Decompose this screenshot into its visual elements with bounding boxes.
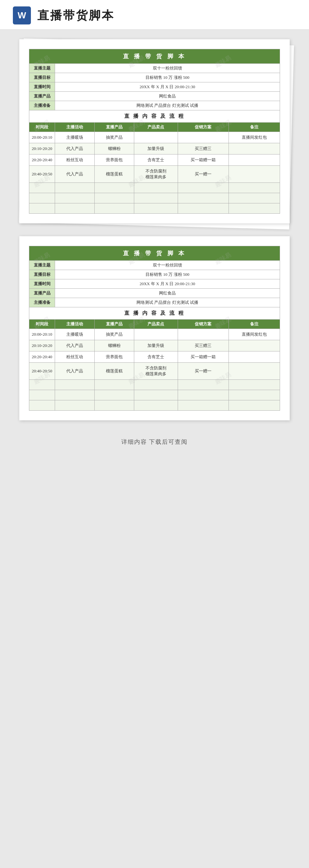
info-row-product: 直播产品 网红食品 — [29, 92, 280, 101]
value-product-2: 网红食品 — [55, 289, 280, 298]
table-row — [29, 400, 280, 411]
cell-d2-promotion: 买三赠三 — [178, 340, 229, 351]
document-page-1: 趣味易 趣味易 趣味易 趣味易 趣味易 趣味易 趣味易 趣味易 趣味易 直 播 … — [19, 39, 290, 223]
footer: 详细内容 下载后可查阅 — [0, 430, 309, 454]
value-time: 20XX 年 X 月 X 日 20:00-21:30 — [55, 83, 280, 92]
script-table-1: 直 播 带 货 脚 本 直播主题 双十一粉丝回馈 直播目标 目标销售 10 万 … — [29, 49, 280, 214]
cell-d4-product: 榴莲蛋糕 — [95, 363, 134, 380]
cell-promotion-3: 买一箱赠一箱 — [178, 154, 229, 166]
cell-d2-time: 20:10-20:20 — [29, 340, 55, 351]
table-row — [29, 183, 280, 193]
label-time: 直播时间 — [29, 83, 55, 92]
table-row: 20:00-20:10 主播暖场 抽奖产品 直播间发红包 — [29, 329, 280, 340]
label-product: 直播产品 — [29, 92, 55, 101]
cell-selling-1 — [134, 132, 178, 143]
info-row-goal-2: 直播目标 目标销售 10 万 涨粉 500 — [29, 270, 280, 279]
cell-product-1: 抽奖产品 — [95, 132, 134, 143]
cell-selling-3: 含有芝士 — [134, 154, 178, 166]
label-prep: 主播准备 — [29, 101, 55, 111]
cell-activity-2: 代入产品 — [55, 143, 95, 154]
table-row — [29, 390, 280, 400]
info-row-goal: 直播目标 目标销售 10 万 涨粉 500 — [29, 73, 280, 83]
info-row-theme-2: 直播主题 双十一粉丝回馈 — [29, 261, 280, 270]
script-table-2: 直 播 带 货 脚 本 直播主题 双十一粉丝回馈 直播目标 目标销售 10 万 … — [29, 246, 280, 411]
column-header-row-2: 时间段 主播活动 直播产品 产品卖点 促销方案 备注 — [29, 319, 280, 329]
col-promotion-2: 促销方案 — [178, 319, 229, 329]
cell-note-4 — [229, 166, 280, 183]
section-header-row: 直 播 内 容 及 流 程 — [29, 111, 280, 123]
col-note: 备注 — [229, 123, 280, 132]
table-row — [29, 380, 280, 390]
table-row: 20:40-20:50 代入产品 榴莲蛋糕 不含防腐剂榴莲果肉多 买一赠一 — [29, 363, 280, 380]
cell-d3-activity: 粉丝互动 — [55, 351, 95, 363]
page-header: W 直播带货脚本 — [0, 0, 309, 30]
label-goal-2: 直播目标 — [29, 270, 55, 279]
cell-promotion-2: 买三赠三 — [178, 143, 229, 154]
value-time-2: 20XX 年 X 月 X 日 20:00-21:30 — [55, 279, 280, 289]
cell-selling-4: 不含防腐剂榴莲果肉多 — [134, 166, 178, 183]
label-goal: 直播目标 — [29, 73, 55, 83]
cell-d3-promotion: 买一箱赠一箱 — [178, 351, 229, 363]
cell-d1-time: 20:00-20:10 — [29, 329, 55, 340]
cell-promotion-1 — [178, 132, 229, 143]
info-row-prep: 主播准备 网络测试 产品摆台 灯光测试 试播 — [29, 101, 280, 111]
col-live-product-2: 直播产品 — [95, 319, 134, 329]
cell-d1-selling — [134, 329, 178, 340]
info-row-time: 直播时间 20XX 年 X 月 X 日 20:00-21:30 — [29, 83, 280, 92]
cell-product-2: 螺蛳粉 — [95, 143, 134, 154]
col-live-product: 直播产品 — [95, 123, 134, 132]
cell-d1-note: 直播间发红包 — [229, 329, 280, 340]
cell-d4-promotion: 买一赠一 — [178, 363, 229, 380]
value-goal-2: 目标销售 10 万 涨粉 500 — [55, 270, 280, 279]
info-row-time-2: 直播时间 20XX 年 X 月 X 日 20:00-21:30 — [29, 279, 280, 289]
table-row — [29, 193, 280, 204]
cell-d3-product: 营养面包 — [95, 351, 134, 363]
col-activity-2: 主播活动 — [55, 319, 95, 329]
footer-text: 详细内容 下载后可查阅 — [121, 439, 188, 445]
info-row-prep-2: 主播准备 网络测试 产品摆台 灯光测试 试播 — [29, 298, 280, 307]
cell-time-1: 20:00-20:10 — [29, 132, 55, 143]
cell-note-2 — [229, 143, 280, 154]
cell-d2-note — [229, 340, 280, 351]
col-note-2: 备注 — [229, 319, 280, 329]
page-title: 直播带货脚本 — [37, 8, 115, 24]
label-theme: 直播主题 — [29, 64, 55, 73]
value-theme-2: 双十一粉丝回馈 — [55, 261, 280, 270]
label-product-2: 直播产品 — [29, 289, 55, 298]
cell-activity-4: 代入产品 — [55, 166, 95, 183]
table-title-row: 直 播 带 货 脚 本 — [29, 49, 280, 64]
cell-d1-product: 抽奖产品 — [95, 329, 134, 340]
doc-wrapper-1: 趣味易 趣味易 趣味易 趣味易 趣味易 趣味易 趣味易 趣味易 趣味易 直 播 … — [19, 39, 290, 223]
word-icon: W — [13, 6, 31, 25]
section-header-cell: 直 播 内 容 及 流 程 — [29, 111, 280, 123]
table-row: 20:10-20:20 代入产品 螺蛳粉 加量升级 买三赠三 — [29, 340, 280, 351]
label-theme-2: 直播主题 — [29, 261, 55, 270]
cell-note-1: 直播间发红包 — [229, 132, 280, 143]
value-goal: 目标销售 10 万 涨粉 500 — [55, 73, 280, 83]
cell-selling-2: 加量升级 — [134, 143, 178, 154]
cell-time-2: 20:10-20:20 — [29, 143, 55, 154]
section-header-row-2: 直 播 内 容 及 流 程 — [29, 307, 280, 319]
cell-d4-time: 20:40-20:50 — [29, 363, 55, 380]
value-prep: 网络测试 产品摆台 灯光测试 试播 — [55, 101, 280, 111]
document-page-2: 趣味易 趣味易 趣味易 趣味易 趣味易 趣味易 趣味易 趣味易 趣味易 直 播 … — [19, 236, 290, 420]
value-prep-2: 网络测试 产品摆台 灯光测试 试播 — [55, 298, 280, 307]
table-row: 20:10-20:20 代入产品 螺蛳粉 加量升级 买三赠三 — [29, 143, 280, 154]
col-selling-2: 产品卖点 — [134, 319, 178, 329]
cell-note-3 — [229, 154, 280, 166]
col-time: 时间段 — [29, 123, 55, 132]
cell-d3-time: 20:20-20:40 — [29, 351, 55, 363]
table-row: 20:00-20:10 主播暖场 抽奖产品 直播间发红包 — [29, 132, 280, 143]
column-header-row: 时间段 主播活动 直播产品 产品卖点 促销方案 备注 — [29, 123, 280, 132]
cell-activity-1: 主播暖场 — [55, 132, 95, 143]
col-selling: 产品卖点 — [134, 123, 178, 132]
section-header-cell-2: 直 播 内 容 及 流 程 — [29, 307, 280, 319]
value-product: 网红食品 — [55, 92, 280, 101]
col-activity: 主播活动 — [55, 123, 95, 132]
table-row: 20:40-20:50 代入产品 榴莲蛋糕 不含防腐剂榴莲果肉多 买一赠一 — [29, 166, 280, 183]
label-time-2: 直播时间 — [29, 279, 55, 289]
cell-d4-note — [229, 363, 280, 380]
cell-activity-3: 粉丝互动 — [55, 154, 95, 166]
table-row — [29, 204, 280, 214]
cell-time-4: 20:40-20:50 — [29, 166, 55, 183]
